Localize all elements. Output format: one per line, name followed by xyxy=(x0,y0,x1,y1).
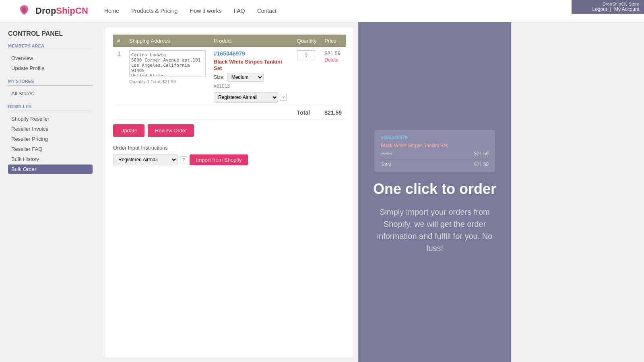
sidebar-item-bulk-history[interactable]: Bulk History xyxy=(8,154,93,164)
size-row: Size: Small Medium Large XL xyxy=(214,73,289,82)
instructions-section: Order Input Instructions Registered Airm… xyxy=(113,145,346,165)
total-price: $21.59 xyxy=(320,106,346,119)
shipping-select-row: Registered Airmail Standard Shipping Exp… xyxy=(214,92,289,103)
instructions-title: Order Input Instructions xyxy=(113,145,346,151)
nav-products-pricing[interactable]: Products & Pricing xyxy=(131,8,178,14)
row-number: 1 xyxy=(113,47,125,106)
update-button[interactable]: Update xyxy=(113,124,144,137)
instructions-help-btn[interactable]: ? xyxy=(180,156,187,163)
sidebar-item-reseller-pricing[interactable]: Reseller Pricing xyxy=(8,134,93,144)
promo-order-preview: #165046979 Black White Stripes Tankini S… xyxy=(374,130,495,172)
sidebar-section-reseller: RESELLER xyxy=(8,104,93,111)
table-row: 1 Corina Ludwig 5000 Corner Avenue apt.1… xyxy=(113,47,346,106)
review-order-button[interactable]: Review Order xyxy=(148,124,194,137)
logo-icon xyxy=(16,3,32,19)
import-from-shopify-button[interactable]: Import from Shopify xyxy=(190,154,248,165)
my-account-link[interactable]: My Account xyxy=(614,6,639,12)
price-value: $21.59 xyxy=(324,50,342,56)
logout-link[interactable]: Logout xyxy=(592,6,607,12)
nav-contact[interactable]: Contact xyxy=(257,8,277,14)
size-label: Size: xyxy=(214,74,225,80)
promo-total-label: Total xyxy=(381,162,391,167)
promo-price: $21.59 xyxy=(474,151,489,156)
shipping-help-btn[interactable]: ? xyxy=(280,94,287,101)
qty-note: Quantity:1 Total: $21.59 xyxy=(129,79,206,84)
promo-heading: One click to order xyxy=(373,180,496,197)
user-links: Logout | My Account xyxy=(592,6,639,12)
promo-order-id-row: #165046979 xyxy=(381,135,489,140)
product-cell: #165046979 Black White Stripes Tankini S… xyxy=(210,47,293,106)
promo-price-strike: $0.00 xyxy=(381,151,392,156)
order-id: #165046979 xyxy=(214,50,289,57)
main-content: # Shipping Address Product Quantity Pric… xyxy=(105,26,354,358)
quantity-input[interactable]: 1 xyxy=(297,50,315,60)
logo-text: DropShipCN xyxy=(35,6,88,16)
promo-total-value: $21.59 xyxy=(474,162,489,167)
promo-product-row: Black White Stripes Tankini Set xyxy=(381,143,489,148)
sidebar-item-bulk-order[interactable]: Bulk Order xyxy=(8,165,93,174)
address-textarea[interactable]: Corina Ludwig 5000 Corner Avenue apt.101… xyxy=(129,50,206,76)
nav-home[interactable]: Home xyxy=(104,8,119,14)
sidebar-section-members: MEMBERS AREA xyxy=(8,43,93,50)
user-menu: DropShipCN Store Logout | My Account xyxy=(572,0,644,14)
sidebar-item-shopify-reseller[interactable]: Shopify Reseller xyxy=(8,114,93,123)
price-cell: $21.59 Delete xyxy=(320,47,346,106)
shipping-address-cell: Corina Ludwig 5000 Corner Avenue apt.101… xyxy=(125,47,210,106)
main-nav: Home Products & Pricing How it works FAQ… xyxy=(104,8,628,14)
sku-id: #81013 xyxy=(214,83,289,89)
separator: | xyxy=(610,6,611,12)
instructions-shipping-select[interactable]: Registered Airmail Standard Shipping Exp… xyxy=(113,154,178,165)
col-price: Price xyxy=(320,35,346,47)
sidebar-item-update-profile[interactable]: Update Profile xyxy=(8,64,93,73)
col-quantity: Quantity xyxy=(293,35,320,47)
delete-link[interactable]: Delete xyxy=(324,57,339,63)
product-link[interactable]: Black White Stripes Tankini Set xyxy=(214,59,282,71)
col-product: Product xyxy=(210,35,293,47)
size-select[interactable]: Small Medium Large XL xyxy=(227,73,264,82)
total-label: Total xyxy=(293,106,320,119)
instructions-row: Registered Airmail Standard Shipping Exp… xyxy=(113,154,346,165)
col-shipping: Shipping Address xyxy=(125,35,210,47)
username: DropShipCN Store xyxy=(603,2,639,6)
promo-subtext: Simply import your orders from Shopify, … xyxy=(370,206,499,254)
nav-how-it-works[interactable]: How it works xyxy=(190,8,221,14)
address-wrapper: Corina Ludwig 5000 Corner Avenue apt.101… xyxy=(129,50,206,78)
promo-product-name: Black White Stripes Tankini Set xyxy=(381,143,448,148)
sidebar-item-reseller-faq[interactable]: Reseller FAQ xyxy=(8,144,93,154)
sidebar-item-reseller-invoice[interactable]: Reseller Invoice xyxy=(8,124,93,134)
sidebar: CONTROL PANEL MEMBERS AREA Overview Upda… xyxy=(0,22,101,362)
nav-faq[interactable]: FAQ xyxy=(234,8,245,14)
promo-price-row: $0.00 $21.59 xyxy=(381,151,489,156)
sidebar-title: CONTROL PANEL xyxy=(8,30,93,37)
main-layout: CONTROL PANEL MEMBERS AREA Overview Upda… xyxy=(0,22,644,362)
sidebar-item-overview[interactable]: Overview xyxy=(8,53,93,63)
promo-panel: #165046979 Black White Stripes Tankini S… xyxy=(358,22,511,362)
order-table: # Shipping Address Product Quantity Pric… xyxy=(113,35,346,119)
promo-order-id: #165046979 xyxy=(381,135,408,140)
col-num: # xyxy=(113,35,125,47)
shipping-select[interactable]: Registered Airmail Standard Shipping Exp… xyxy=(214,92,278,103)
sidebar-item-all-stores[interactable]: All Stores xyxy=(8,89,93,98)
sidebar-section-stores: MY STORES xyxy=(8,79,93,86)
action-buttons: Update Review Order xyxy=(113,124,346,137)
logo: DropShipCN xyxy=(16,3,88,19)
quantity-cell: 1 xyxy=(293,47,320,106)
header: DropShipCN Home Products & Pricing How i… xyxy=(0,0,644,22)
promo-total-row: Total $21.59 xyxy=(381,159,489,167)
total-row: Total $21.59 xyxy=(113,106,346,119)
